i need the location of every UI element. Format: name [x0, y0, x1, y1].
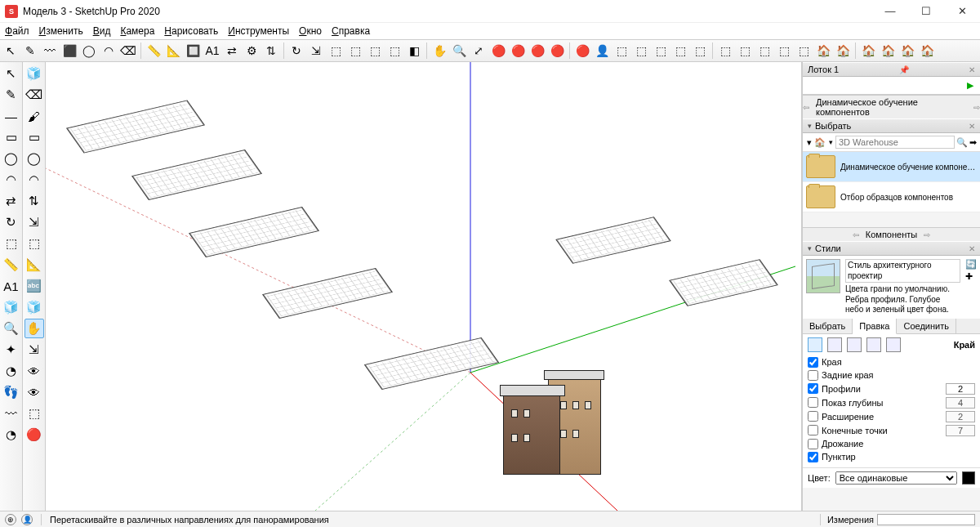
tray-header[interactable]: Лоток 1 📌 ✕ — [803, 62, 980, 77]
toolbar-button[interactable]: 🔲 — [184, 42, 202, 60]
check-depth-cue[interactable]: Показ глубины — [808, 397, 975, 409]
color-swatch[interactable] — [962, 471, 975, 485]
toolbar-button[interactable]: A1 — [203, 42, 221, 60]
toolbar-button[interactable]: ↖ — [2, 42, 20, 60]
component-item[interactable]: Отбор образцов компонентов — [803, 182, 980, 212]
toolbar-button[interactable]: 📏 — [145, 42, 163, 60]
component-item[interactable]: Динамическое обучение компоне… — [803, 152, 980, 182]
toolbar-button[interactable]: 🔍 — [450, 42, 468, 60]
style-name[interactable]: Стиль архитектурного проектир — [845, 259, 960, 283]
close-button[interactable]: ✕ — [944, 0, 980, 23]
toolbar-button[interactable]: 👤 — [593, 42, 611, 60]
tool-button[interactable]: ⇲ — [24, 340, 44, 360]
toolbar-button[interactable]: ⬚ — [671, 42, 689, 60]
toolbar-button[interactable]: ◧ — [405, 42, 423, 60]
tool-button[interactable]: 🔤 — [24, 276, 44, 296]
tab-select[interactable]: Выбрать — [803, 319, 853, 333]
home-icon[interactable]: 🏠 — [814, 136, 826, 149]
tool-button[interactable]: ◯ — [24, 149, 44, 168]
toolbar-button[interactable]: 🏠 — [918, 42, 936, 60]
toolbar-button[interactable]: ⇄ — [223, 42, 241, 60]
style-thumbnail[interactable] — [806, 259, 840, 293]
menu-edit[interactable]: Изменить — [39, 25, 83, 37]
menu-file[interactable]: Файл — [5, 25, 29, 37]
tool-button[interactable]: ▭ — [2, 127, 21, 147]
measurements-input[interactable] — [877, 514, 975, 525]
background-settings-icon[interactable] — [847, 337, 862, 352]
tool-button[interactable]: ⬚ — [24, 404, 44, 423]
menu-view[interactable]: Вид — [93, 25, 111, 37]
tool-button[interactable]: 〰 — [2, 404, 21, 423]
menu-draw[interactable]: Нарисовать — [164, 25, 218, 37]
dropdown-icon[interactable]: ▾ — [806, 136, 813, 149]
tool-button[interactable]: 🧊 — [24, 297, 44, 317]
toolbar-button[interactable]: ⬚ — [632, 42, 650, 60]
minimize-button[interactable]: — — [872, 0, 908, 23]
close-icon[interactable]: ✕ — [969, 122, 975, 131]
tool-button[interactable]: ✦ — [2, 340, 21, 360]
toolbar-button[interactable]: ⬚ — [691, 42, 709, 60]
play-icon[interactable]: ▶ — [967, 80, 973, 91]
tool-button[interactable]: ⬚ — [24, 234, 44, 253]
styles-section-header[interactable]: ▾ Стили ✕ — [803, 241, 980, 256]
check-edges[interactable]: Края — [808, 357, 975, 368]
tool-button[interactable]: ◯ — [2, 149, 21, 168]
toolbar-button[interactable]: 📐 — [164, 42, 182, 60]
tool-button[interactable]: ⇅ — [24, 191, 44, 211]
tool-button[interactable]: 📏 — [2, 255, 21, 275]
toolbar-button[interactable]: ✎ — [21, 42, 39, 60]
tool-button[interactable]: ⇄ — [2, 191, 21, 211]
toolbar-button[interactable]: ⬚ — [366, 42, 384, 60]
menu-help[interactable]: Справка — [332, 25, 370, 37]
toolbar-button[interactable]: 🔴 — [548, 42, 566, 60]
tool-button[interactable]: 🖌 — [24, 106, 44, 126]
toolbar-button[interactable]: ⬚ — [795, 42, 813, 60]
toolbar-button[interactable]: 🏠 — [834, 42, 852, 60]
select-section-header[interactable]: ▾ Выбрать ✕ — [803, 118, 980, 133]
tool-button[interactable]: — — [2, 106, 21, 126]
tool-button[interactable]: ⌫ — [24, 85, 44, 105]
send-icon[interactable]: ➡ — [969, 136, 977, 149]
tool-button[interactable]: 👁 — [24, 382, 44, 402]
tool-button[interactable]: A1 — [2, 276, 21, 296]
toolbar-button[interactable]: ⬚ — [612, 42, 630, 60]
check-dashes[interactable]: Пунктир — [808, 452, 975, 462]
check-back-edges[interactable]: Задние края — [808, 370, 975, 381]
tool-button[interactable]: 🧊 — [2, 297, 21, 317]
toolbar-button[interactable]: ✋ — [430, 42, 448, 60]
toolbar-button[interactable]: ⬚ — [652, 42, 670, 60]
toolbar-button[interactable]: ⬚ — [736, 42, 754, 60]
tool-button[interactable]: 📐 — [24, 255, 44, 275]
user-icon[interactable]: 👤 — [21, 514, 33, 525]
tool-button[interactable]: 👣 — [2, 382, 21, 402]
new-icon[interactable]: ✚ — [965, 271, 977, 282]
next-icon[interactable]: ⇨ — [973, 103, 980, 112]
tool-button[interactable]: ◔ — [2, 361, 21, 381]
toolbar-button[interactable]: ⇲ — [307, 42, 325, 60]
toolbar-button[interactable]: 🏠 — [859, 42, 877, 60]
refresh-icon[interactable]: 🔄 — [965, 259, 977, 270]
tool-button[interactable]: ▭ — [24, 127, 44, 147]
pin-icon[interactable]: 📌 — [899, 65, 909, 74]
tool-button[interactable]: ◠ — [2, 170, 21, 190]
tool-button[interactable]: ◠ — [24, 170, 44, 190]
menu-camera[interactable]: Камера — [120, 25, 154, 37]
tool-button[interactable]: ↖ — [2, 64, 21, 83]
search-icon[interactable]: 🔍 — [956, 136, 968, 149]
toolbar-button[interactable]: ⬚ — [755, 42, 773, 60]
close-icon[interactable]: ✕ — [969, 65, 975, 74]
check-profiles[interactable]: Профили — [808, 383, 975, 395]
geo-icon[interactable]: ⊕ — [5, 514, 16, 525]
tab-edit[interactable]: Правка — [853, 319, 897, 334]
toolbar-button[interactable]: ↻ — [287, 42, 305, 60]
toolbar-button[interactable]: 🏠 — [898, 42, 916, 60]
tool-button[interactable]: ✎ — [2, 85, 21, 105]
toolbar-button[interactable]: 〰 — [41, 42, 59, 60]
toolbar-button[interactable]: ⬚ — [327, 42, 345, 60]
tool-button[interactable]: 🔍 — [2, 319, 21, 338]
menu-tools[interactable]: Инструменты — [228, 25, 289, 37]
prev-icon[interactable]: ⇦ — [853, 230, 859, 239]
menu-window[interactable]: Окно — [299, 25, 322, 37]
toolbar-button[interactable]: 🏠 — [879, 42, 897, 60]
toolbar-button[interactable]: ⌫ — [119, 42, 137, 60]
